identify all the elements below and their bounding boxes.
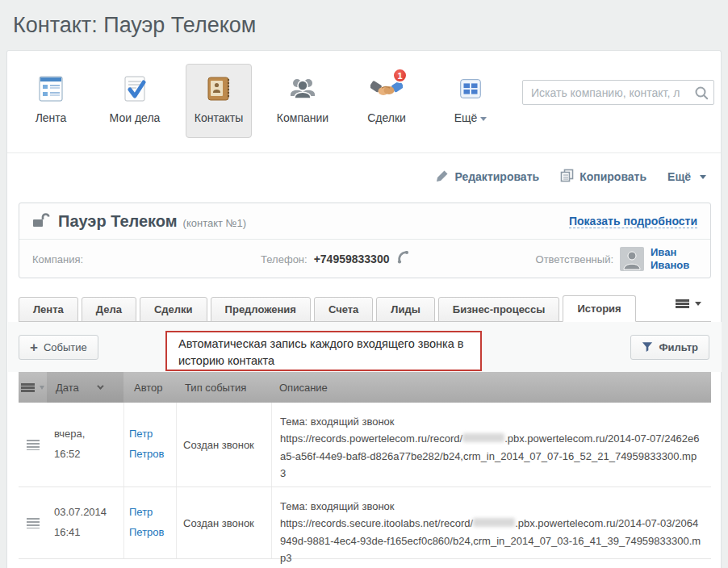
responsible-avatar[interactable]: [620, 247, 644, 271]
table-header-row: Дата Автор Тип события Описание: [19, 372, 711, 403]
nav-item-companies[interactable]: Компании: [270, 64, 336, 138]
hamburger-icon: [21, 383, 35, 392]
cell-author: Петр Петров: [123, 403, 176, 487]
phone-value: +74959833300: [314, 253, 390, 265]
pencil-icon: [436, 169, 449, 185]
tab-activities[interactable]: Дела: [82, 297, 136, 322]
chevron-down-icon: [695, 302, 701, 306]
tab-deals[interactable]: Сделки: [140, 297, 207, 322]
funnel-icon: [642, 340, 653, 355]
company-label: Компания:: [32, 253, 83, 265]
tabs-menu-button[interactable]: [676, 299, 701, 308]
copy-button[interactable]: Копировать: [560, 169, 646, 185]
nav-item-contacts[interactable]: Контакты: [186, 64, 252, 138]
nav-item-my-tasks[interactable]: Мои дела: [102, 64, 168, 138]
cell-author: Петр Петров: [123, 487, 176, 558]
more-grid-icon: [453, 73, 488, 105]
nav-divider: [7, 152, 721, 153]
edit-button[interactable]: Редактировать: [436, 169, 539, 185]
history-table: Дата Автор Тип события Описание вчера, 1…: [19, 372, 711, 568]
tab-feed[interactable]: Лента: [19, 297, 78, 322]
plus-icon: +: [30, 340, 38, 354]
nav-label-feed: Лента: [36, 111, 67, 124]
tab-history[interactable]: История: [563, 295, 635, 322]
column-header-author[interactable]: Автор: [123, 372, 176, 403]
tab-invoices[interactable]: Счета: [314, 297, 373, 322]
annotation-callout: Автоматическая запись каждого входящего …: [165, 331, 482, 371]
responsible-label: Ответственный:: [536, 253, 613, 265]
row-menu-button[interactable]: [19, 487, 47, 558]
cell-date: вчера, 16:52: [47, 403, 123, 487]
table-settings-button[interactable]: [19, 372, 47, 403]
column-header-description[interactable]: Описание: [271, 372, 711, 403]
contacts-icon: [201, 73, 236, 105]
tasks-icon: [117, 73, 153, 105]
responsible-name-link[interactable]: Иван Иванов: [651, 246, 697, 273]
phone-call-icon[interactable]: [397, 251, 411, 268]
main-nav: Лента Мои дела Контакты Компании: [7, 51, 721, 152]
deals-badge: 1: [392, 68, 408, 83]
companies-icon: [285, 73, 320, 105]
nav-item-feed[interactable]: Лента: [18, 64, 84, 138]
tab-leads[interactable]: Лиды: [376, 297, 434, 322]
deals-icon: 1: [369, 73, 404, 105]
cell-date: 03.07.2014 16:41: [47, 487, 123, 558]
sort-chevron-icon: [97, 382, 103, 389]
chevron-down-icon: [40, 386, 44, 390]
nav-label-contacts: Контакты: [195, 111, 243, 124]
call-record-url: https://records.secure.itoolabs.net/reco…: [280, 515, 701, 566]
open-lock-icon[interactable]: [32, 212, 50, 231]
page-title: Контакт: Пауэр Телеком: [0, 0, 728, 38]
cell-event-type: Создан звонок: [176, 403, 271, 487]
cell-description: Тема: входящий звонок https://records.se…: [271, 487, 711, 558]
call-subject: Тема: входящий звонок: [280, 498, 701, 515]
column-header-date[interactable]: Дата: [47, 372, 123, 403]
record-actions: Редактировать Копировать Ещё: [436, 169, 706, 185]
cell-description: Тема: входящий звонок https://records.po…: [271, 403, 711, 487]
nav-label-deals: Сделки: [367, 111, 406, 124]
search-input[interactable]: [522, 80, 714, 105]
contact-card: Пауэр Телеком (контакт №1) Показать подр…: [19, 203, 711, 278]
row-menu-icon: [27, 440, 40, 450]
chevron-down-icon: [700, 175, 706, 179]
contact-number-note: (контакт №1): [183, 214, 247, 229]
copy-icon: [560, 169, 574, 185]
contact-name: Пауэр Телеком: [58, 212, 178, 231]
main-panel: Лента Мои дела Контакты Компании: [6, 50, 722, 568]
show-details-link[interactable]: Показать подробности: [569, 215, 697, 228]
page-header: Контакт: Пауэр Телеком: [0, 0, 728, 50]
phone-label: Телефон:: [261, 253, 308, 265]
redacted-blur: [462, 433, 504, 442]
nav-item-more[interactable]: Ещё: [437, 64, 504, 138]
cell-event-type: Создан звонок: [176, 487, 271, 558]
more-actions-button[interactable]: Ещё: [667, 170, 706, 183]
global-search: [522, 80, 714, 105]
author-link[interactable]: Петр Петров: [129, 424, 169, 464]
search-icon[interactable]: [694, 86, 709, 103]
filter-button[interactable]: Фильтр: [630, 335, 709, 360]
add-event-button[interactable]: + Событие: [19, 335, 98, 360]
nav-label-more: Ещё: [454, 111, 487, 124]
nav-label-companies: Компании: [277, 111, 328, 124]
table-row[interactable]: 03.07.2014 16:41 Петр Петров Создан звон…: [19, 487, 711, 559]
column-header-type[interactable]: Тип события: [176, 372, 271, 403]
tab-quotes[interactable]: Предложения: [211, 297, 311, 322]
author-link[interactable]: Петр Петров: [129, 503, 169, 542]
tab-business-processes[interactable]: Бизнес-процессы: [438, 297, 560, 322]
call-record-url: https://records.powertelecom.ru/record/.…: [280, 430, 701, 482]
detail-tabs: Лента Дела Сделки Предложения Счета Лиды…: [19, 294, 711, 322]
call-subject: Тема: входящий звонок: [280, 413, 701, 430]
hamburger-icon: [676, 299, 689, 308]
redacted-blur: [473, 518, 515, 527]
row-menu-icon: [27, 518, 40, 528]
nav-item-deals[interactable]: 1 Сделки: [354, 64, 420, 138]
nav-label-my-tasks: Мои дела: [110, 111, 161, 124]
feed-icon: [33, 73, 69, 105]
row-menu-button[interactable]: [19, 403, 47, 487]
table-row[interactable]: вчера, 16:52 Петр Петров Создан звонок Т…: [19, 403, 711, 487]
chevron-down-icon: [480, 117, 487, 121]
